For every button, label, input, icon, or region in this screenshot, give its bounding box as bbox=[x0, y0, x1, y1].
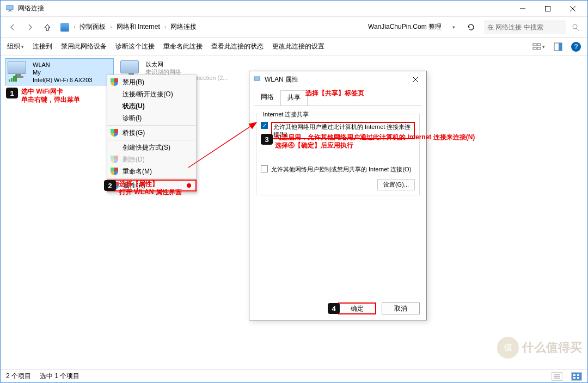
close-button[interactable] bbox=[560, 1, 585, 17]
preview-pane-button[interactable] bbox=[554, 42, 562, 51]
menu-status[interactable]: 状态(U) bbox=[107, 100, 196, 112]
rename-button[interactable]: 重命名此连接 bbox=[163, 42, 203, 51]
maximize-button[interactable] bbox=[535, 1, 560, 17]
refresh-button[interactable] bbox=[463, 20, 479, 35]
dialog-close-button[interactable] bbox=[409, 73, 422, 86]
menu-create-shortcut[interactable]: 创建快捷方式(S) bbox=[107, 141, 196, 153]
shield-icon bbox=[111, 78, 118, 86]
menu-diagnose[interactable]: 诊断(I) bbox=[107, 112, 196, 124]
view-details-button[interactable] bbox=[552, 372, 562, 381]
titlebar: 网络连接 bbox=[1, 1, 587, 17]
annotation-3-number: 3 bbox=[261, 134, 273, 145]
svg-rect-1 bbox=[9, 10, 11, 11]
help-icon[interactable]: ? bbox=[571, 42, 581, 52]
tab-sharing[interactable]: 共享 bbox=[280, 90, 308, 106]
menu-connect-disconnect[interactable]: 连接/断开连接(O) bbox=[107, 88, 196, 100]
truncated-device-text: nection (2... bbox=[197, 75, 228, 81]
diagnose-button[interactable]: 诊断这个连接 bbox=[115, 42, 155, 51]
settings-button[interactable]: 设置(G)... bbox=[377, 179, 415, 190]
svg-point-7 bbox=[573, 24, 577, 29]
dropdown-button[interactable]: ▾ bbox=[446, 20, 461, 35]
view-options-button[interactable]: ▾ bbox=[532, 42, 545, 51]
annotation-4-number: 4 bbox=[328, 303, 340, 314]
svg-rect-25 bbox=[577, 377, 579, 379]
connect-to-button[interactable]: 连接到 bbox=[33, 42, 52, 51]
menu-disable[interactable]: 禁用(B) bbox=[107, 76, 196, 88]
svg-line-18 bbox=[188, 122, 256, 168]
tab-network[interactable]: 网络 bbox=[254, 90, 281, 106]
svg-rect-4 bbox=[546, 6, 550, 11]
search-icon[interactable] bbox=[568, 23, 583, 31]
view-icons-button[interactable] bbox=[571, 372, 582, 381]
up-button[interactable] bbox=[40, 20, 55, 35]
menu-rename[interactable]: 重命名(M) bbox=[107, 165, 196, 177]
annotation-2: 2 选择【属性】打开 WLAN 属性界面 bbox=[104, 180, 182, 196]
chevron-right-icon: › bbox=[164, 24, 166, 30]
svg-rect-2 bbox=[8, 11, 12, 11]
annotation-3: 勾选启用，允许其他网络用户通过此计算机的 Internet 连接来连接(N)选择… bbox=[275, 133, 475, 150]
dialog-icon bbox=[254, 76, 261, 83]
properties-dialog: WLAN 属性 网络 共享 Internet 连接共享 ✓ 允许其他网络用户通过… bbox=[249, 71, 427, 320]
adapter-text: WLAN My Intel(R) Wi-Fi 6 AX203 bbox=[33, 61, 92, 83]
shield-icon bbox=[111, 129, 118, 137]
chevron-right-icon: › bbox=[110, 24, 112, 30]
context-menu: 禁用(B) 连接/断开连接(O) 状态(U) 诊断(I) 桥接(G) 创建快捷方… bbox=[107, 75, 197, 193]
shield-icon bbox=[111, 156, 118, 163]
disable-device-button[interactable]: 禁用此网络设备 bbox=[61, 42, 107, 51]
watermark: 值 什么值得买 bbox=[497, 337, 582, 359]
svg-rect-23 bbox=[577, 374, 579, 376]
change-settings-button[interactable]: 更改此连接的设置 bbox=[272, 42, 324, 51]
search-input[interactable] bbox=[484, 20, 566, 34]
content-area: WLAN My Intel(R) Wi-Fi 6 AX203 以太网 未识别的网… bbox=[1, 56, 587, 369]
navbar: › 控制面板 › 网络和 Internet › 网络连接 WanJiaChuPi… bbox=[1, 17, 587, 38]
window-title: 网络连接 bbox=[18, 4, 510, 13]
breadcrumb-item[interactable]: 网络和 Internet bbox=[117, 22, 160, 32]
view-status-button[interactable]: 查看此连接的状态 bbox=[211, 42, 264, 51]
chevron-right-icon: › bbox=[74, 24, 75, 30]
statusbar: 2 个项目 选中 1 个项目 bbox=[1, 369, 587, 382]
app-icon bbox=[6, 4, 15, 13]
cancel-button[interactable]: 取消 bbox=[382, 302, 420, 314]
breadcrumb-item[interactable]: 网络连接 bbox=[170, 22, 197, 32]
breadcrumb-icon bbox=[60, 23, 69, 32]
svg-rect-15 bbox=[254, 77, 260, 81]
menu-delete: 删除(D) bbox=[107, 153, 196, 165]
annotation-1: 1 选中 WiFi网卡单击右键，弹出菜单 bbox=[6, 88, 80, 104]
status-item-count: 2 个项目 bbox=[6, 372, 31, 381]
svg-rect-14 bbox=[559, 43, 562, 51]
svg-rect-22 bbox=[573, 374, 575, 376]
status-selected-count: 选中 1 个项目 bbox=[40, 372, 79, 381]
group-legend: Internet 连接共享 bbox=[261, 110, 311, 119]
menu-bridge[interactable]: 桥接(G) bbox=[107, 127, 196, 139]
breadcrumb: › 控制面板 › 网络和 Internet › 网络连接 bbox=[60, 22, 366, 32]
organize-button[interactable]: 组织▾ bbox=[7, 42, 24, 51]
watermark-text: 什么值得买 bbox=[522, 339, 582, 356]
adapter-wlan[interactable]: WLAN My Intel(R) Wi-Fi 6 AX203 bbox=[5, 58, 114, 85]
svg-rect-11 bbox=[533, 47, 536, 50]
checkbox-allow-control[interactable]: 允许其他网络用户控制或禁用共享的 Internet 连接(O) bbox=[261, 165, 415, 173]
back-button[interactable] bbox=[5, 20, 20, 35]
svg-rect-0 bbox=[7, 5, 13, 10]
internet-sharing-group: Internet 连接共享 ✓ 允许其他网络用户通过此计算机的 Internet… bbox=[256, 114, 420, 195]
annotation-tab-note: 选择【共享】标签页 bbox=[305, 89, 364, 98]
dialog-title: WLAN 属性 bbox=[265, 75, 298, 84]
checkbox-icon bbox=[261, 165, 268, 172]
toolbar: 组织▾ 连接到 禁用此网络设备 诊断这个连接 重命名此连接 查看此连接的状态 更… bbox=[1, 38, 587, 56]
minimize-button[interactable] bbox=[510, 1, 535, 17]
shield-icon bbox=[111, 168, 118, 175]
svg-rect-9 bbox=[533, 44, 536, 46]
ok-button[interactable]: 确定 bbox=[338, 302, 376, 314]
watermark-icon: 值 bbox=[497, 337, 519, 359]
svg-line-8 bbox=[577, 28, 579, 30]
dialog-titlebar: WLAN 属性 bbox=[249, 71, 426, 88]
svg-rect-12 bbox=[537, 47, 541, 50]
dialog-buttons: 确定 取消 bbox=[338, 302, 420, 314]
adapter-icon bbox=[8, 61, 29, 83]
checkbox-icon: ✓ bbox=[261, 122, 268, 129]
attribution-text: WanJiaChuPin.Com 整理 bbox=[368, 22, 442, 32]
svg-rect-10 bbox=[537, 44, 541, 46]
breadcrumb-item[interactable]: 控制面板 bbox=[79, 22, 106, 32]
svg-rect-24 bbox=[573, 377, 575, 379]
forward-button[interactable] bbox=[22, 20, 38, 35]
